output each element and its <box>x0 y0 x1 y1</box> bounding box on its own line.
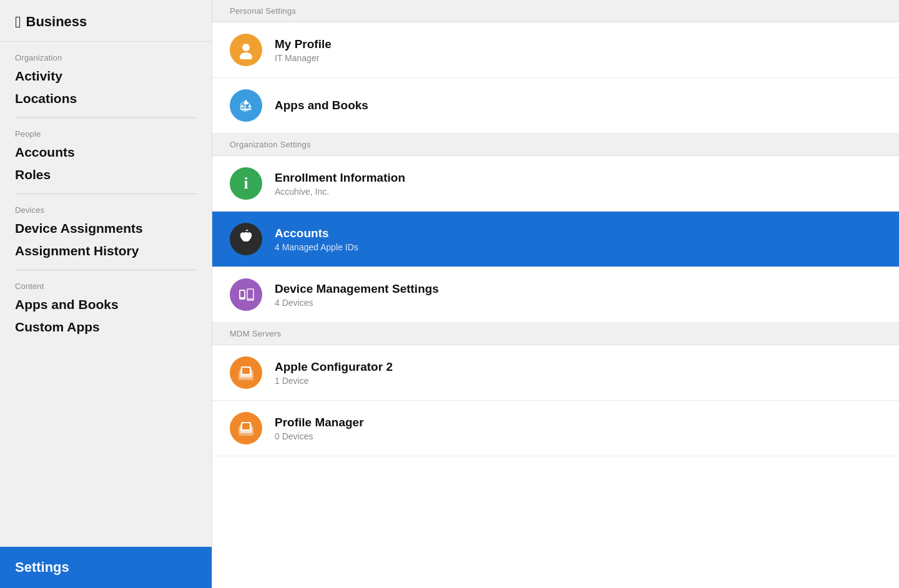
sidebar-section-label-devices: Devices <box>15 205 197 215</box>
my-profile-title: My Profile <box>275 37 332 52</box>
svg-rect-6 <box>240 291 244 297</box>
sidebar-item-custom-apps[interactable]: Custom Apps <box>15 316 197 338</box>
sidebar-section-label-people: People <box>15 129 197 139</box>
sidebar-section-label-organization: Organization <box>15 53 197 62</box>
sidebar-item-assignment-history[interactable]: Assignment History <box>15 240 197 262</box>
settings-item-device-management[interactable]: Device Management Settings 4 Devices <box>212 267 899 323</box>
apple-configurator-subtitle: 1 Device <box>275 376 393 386</box>
profile-manager-title: Profile Manager <box>275 415 364 431</box>
apple-configurator-text: Apple Configurator 2 1 Device <box>275 360 393 386</box>
main-content: Personal Settings My Profile IT Manager … <box>212 0 899 588</box>
device-management-subtitle: 4 Devices <box>275 298 439 308</box>
sidebar-section-organization: Organization Activity Locations <box>0 42 212 110</box>
sidebar-header:  Business <box>0 0 212 42</box>
apple-configurator-title: Apple Configurator 2 <box>275 360 393 375</box>
my-profile-subtitle: IT Manager <box>275 53 332 63</box>
enrollment-subtitle: Accuhive, Inc. <box>275 187 405 197</box>
sidebar-brand: Business <box>26 14 87 30</box>
section-header-organization: Organization Settings <box>212 134 899 156</box>
enrollment-title: Enrollment Information <box>275 170 405 186</box>
sidebar-item-roles[interactable]: Roles <box>15 164 197 186</box>
settings-item-my-profile[interactable]: My Profile IT Manager <box>212 22 899 78</box>
svg-rect-7 <box>248 290 253 298</box>
profile-manager-text: Profile Manager 0 Devices <box>275 415 364 442</box>
svg-rect-3 <box>240 109 252 110</box>
sidebar-section-people: People Accounts Roles <box>0 118 212 186</box>
svg-rect-11 <box>242 368 250 374</box>
sidebar-section-label-content: Content <box>15 282 197 291</box>
settings-item-profile-manager[interactable]: Profile Manager 0 Devices <box>212 401 899 456</box>
section-header-personal: Personal Settings <box>212 0 899 22</box>
profile-manager-subtitle: 0 Devices <box>275 431 364 441</box>
sidebar-settings-button[interactable]: Settings <box>0 547 212 588</box>
accounts-title: Accounts <box>275 226 358 242</box>
sidebar-item-device-assignments[interactable]: Device Assignments <box>15 217 197 240</box>
enrollment-icon: i <box>230 167 262 200</box>
apps-and-books-title: Apps and Books <box>275 98 368 114</box>
device-management-text: Device Management Settings 4 Devices <box>275 282 439 308</box>
settings-item-apps-and-books[interactable]: ⦷ Apps and Books <box>212 78 899 134</box>
enrollment-text: Enrollment Information Accuhive, Inc. <box>275 170 405 197</box>
apps-and-books-icon: ⦷ <box>230 89 262 122</box>
sidebar-section-content: Content Apps and Books Custom Apps <box>0 270 212 338</box>
svg-rect-15 <box>242 423 250 429</box>
sidebar-item-activity[interactable]: Activity <box>15 65 197 87</box>
device-management-title: Device Management Settings <box>275 282 439 297</box>
accounts-icon <box>230 223 262 255</box>
sidebar-item-accounts[interactable]: Accounts <box>15 141 197 164</box>
svg-point-1 <box>240 52 252 59</box>
settings-item-apple-configurator[interactable]: Apple Configurator 2 1 Device <box>212 345 899 401</box>
apple-logo-icon:  <box>15 14 21 30</box>
settings-item-accounts[interactable]: Accounts 4 Managed Apple IDs <box>212 212 899 267</box>
device-management-icon <box>230 278 262 311</box>
sidebar-item-apps-and-books[interactable]: Apps and Books <box>15 293 197 316</box>
sidebar-item-locations[interactable]: Locations <box>15 87 197 110</box>
profile-manager-icon <box>230 412 262 444</box>
sidebar:  Business Organization Activity Locatio… <box>0 0 212 588</box>
apps-and-books-text: Apps and Books <box>275 98 368 114</box>
section-header-mdm: MDM Servers <box>212 323 899 345</box>
settings-item-enrollment[interactable]: i Enrollment Information Accuhive, Inc. <box>212 156 899 212</box>
sidebar-nav: Organization Activity Locations People A… <box>0 42 212 547</box>
accounts-subtitle: 4 Managed Apple IDs <box>275 242 358 252</box>
sidebar-section-devices: Devices Device Assignments Assignment Hi… <box>0 194 212 262</box>
accounts-text: Accounts 4 Managed Apple IDs <box>275 226 358 253</box>
my-profile-icon <box>230 34 262 66</box>
my-profile-text: My Profile IT Manager <box>275 37 332 64</box>
apple-configurator-icon <box>230 356 262 389</box>
svg-point-0 <box>242 44 250 51</box>
